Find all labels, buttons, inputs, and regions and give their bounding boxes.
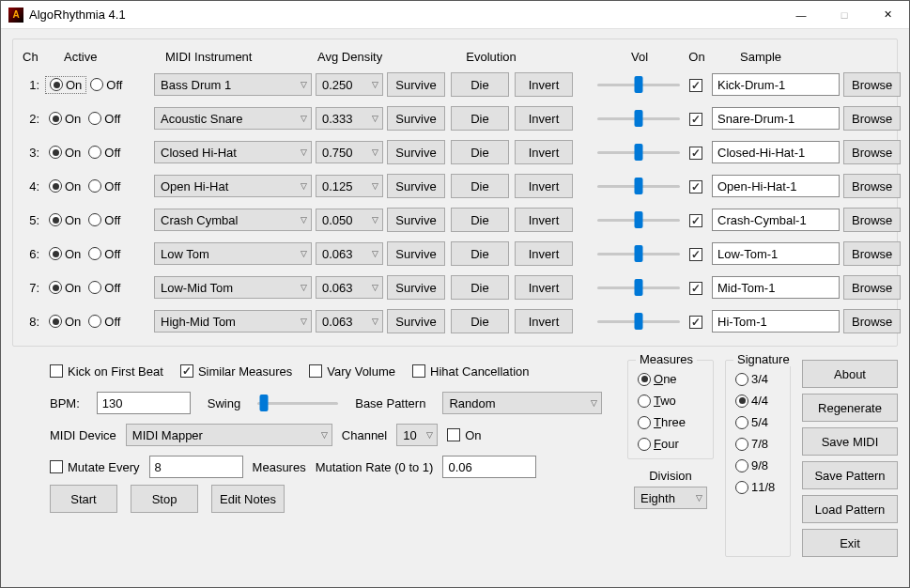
edit-notes-button[interactable]: Edit Notes — [211, 485, 285, 513]
density-dropdown[interactable]: 0.050▽ — [316, 209, 383, 231]
survive-button[interactable]: Survive — [387, 174, 445, 198]
die-button[interactable]: Die — [451, 208, 509, 232]
signature-radio[interactable]: 9/8 — [735, 458, 780, 472]
sample-on-checkbox[interactable] — [689, 214, 702, 227]
die-button[interactable]: Die — [451, 275, 509, 300]
browse-button[interactable]: Browse — [843, 208, 901, 232]
invert-button[interactable]: Invert — [515, 72, 573, 97]
mutation-rate-input[interactable]: 0.06 — [442, 456, 536, 478]
volume-slider[interactable] — [597, 109, 680, 128]
stop-button[interactable]: Stop — [131, 485, 198, 513]
channel-on-checkbox[interactable]: On — [447, 428, 481, 442]
active-off-radio[interactable]: Off — [85, 145, 124, 161]
volume-slider[interactable] — [597, 210, 680, 229]
sample-on-checkbox[interactable] — [689, 79, 702, 92]
active-on-radio[interactable]: On — [45, 111, 85, 127]
browse-button[interactable]: Browse — [843, 275, 901, 300]
sample-on-checkbox[interactable] — [689, 147, 702, 160]
sample-input[interactable]: Hi-Tom-1 — [712, 310, 840, 333]
density-dropdown[interactable]: 0.063▽ — [316, 276, 383, 299]
instrument-dropdown[interactable]: Closed Hi-Hat▽ — [154, 141, 312, 163]
sample-input[interactable]: Mid-Tom-1 — [712, 276, 840, 299]
browse-button[interactable]: Browse — [843, 241, 901, 266]
active-off-radio[interactable]: Off — [85, 246, 124, 262]
volume-slider[interactable] — [597, 312, 680, 331]
browse-button[interactable]: Browse — [843, 106, 901, 131]
signature-radio[interactable]: 11/8 — [735, 480, 780, 494]
kick-first-checkbox[interactable]: Kick on First Beat — [50, 364, 163, 379]
channel-dropdown[interactable]: 10▽ — [396, 424, 438, 446]
sample-input[interactable]: Snare-Drum-1 — [712, 107, 840, 130]
active-off-radio[interactable]: Off — [86, 77, 126, 93]
browse-button[interactable]: Browse — [843, 140, 901, 164]
active-on-radio[interactable]: On — [45, 76, 86, 94]
browse-button[interactable]: Browse — [843, 174, 901, 198]
minimize-button[interactable]: — — [779, 1, 823, 29]
load-pattern-button[interactable]: Load Pattern — [802, 495, 898, 523]
start-button[interactable]: Start — [50, 485, 117, 513]
sample-on-checkbox[interactable] — [689, 248, 702, 261]
volume-slider[interactable] — [597, 75, 680, 94]
maximize-button[interactable]: □ — [823, 1, 866, 29]
mutate-every-input[interactable]: 8 — [149, 456, 243, 478]
survive-button[interactable]: Survive — [387, 106, 445, 131]
die-button[interactable]: Die — [451, 106, 509, 131]
die-button[interactable]: Die — [451, 309, 509, 333]
invert-button[interactable]: Invert — [515, 275, 573, 300]
active-on-radio[interactable]: On — [45, 145, 85, 161]
active-off-radio[interactable]: Off — [85, 111, 124, 127]
signature-radio[interactable]: 4/4 — [735, 394, 780, 408]
similar-measures-checkbox[interactable]: Similar Measures — [180, 364, 292, 379]
measures-radio[interactable]: Three — [638, 415, 703, 429]
instrument-dropdown[interactable]: High-Mid Tom▽ — [154, 310, 312, 333]
swing-slider[interactable] — [257, 394, 338, 412]
sample-input[interactable]: Crash-Cymbal-1 — [712, 209, 840, 231]
active-on-radio[interactable]: On — [45, 246, 85, 262]
browse-button[interactable]: Browse — [843, 309, 901, 333]
signature-radio[interactable]: 5/4 — [735, 415, 780, 429]
division-dropdown[interactable]: Eighth▽ — [634, 487, 707, 509]
instrument-dropdown[interactable]: Low-Mid Tom▽ — [154, 276, 312, 299]
measures-radio[interactable]: One — [638, 372, 703, 386]
active-off-radio[interactable]: Off — [85, 178, 124, 194]
volume-slider[interactable] — [597, 278, 680, 297]
invert-button[interactable]: Invert — [515, 174, 573, 198]
density-dropdown[interactable]: 0.063▽ — [316, 310, 383, 333]
close-button[interactable]: ✕ — [866, 1, 909, 29]
die-button[interactable]: Die — [451, 72, 509, 97]
active-on-radio[interactable]: On — [45, 212, 85, 228]
sample-on-checkbox[interactable] — [689, 113, 702, 126]
volume-slider[interactable] — [597, 244, 680, 263]
density-dropdown[interactable]: 0.063▽ — [316, 242, 383, 265]
mididevice-dropdown[interactable]: MIDI Mapper▽ — [126, 424, 332, 446]
exit-button[interactable]: Exit — [802, 529, 898, 557]
invert-button[interactable]: Invert — [515, 241, 573, 266]
bpm-input[interactable]: 130 — [97, 392, 191, 414]
sample-input[interactable]: Kick-Drum-1 — [712, 73, 840, 96]
survive-button[interactable]: Survive — [387, 72, 445, 97]
active-on-radio[interactable]: On — [45, 178, 85, 194]
sample-on-checkbox[interactable] — [689, 180, 702, 193]
regenerate-button[interactable]: Regenerate — [802, 394, 898, 422]
save-midi-button[interactable]: Save MIDI — [802, 427, 898, 456]
instrument-dropdown[interactable]: Low Tom▽ — [154, 242, 312, 265]
sample-input[interactable]: Low-Tom-1 — [712, 242, 840, 265]
hihat-cancel-checkbox[interactable]: Hihat Cancellation — [412, 364, 530, 379]
volume-slider[interactable] — [597, 177, 680, 195]
die-button[interactable]: Die — [451, 174, 509, 198]
active-on-radio[interactable]: On — [45, 280, 85, 296]
save-pattern-button[interactable]: Save Pattern — [802, 461, 898, 489]
die-button[interactable]: Die — [451, 140, 509, 164]
sample-input[interactable]: Closed-Hi-Hat-1 — [712, 141, 840, 163]
survive-button[interactable]: Survive — [387, 309, 445, 333]
invert-button[interactable]: Invert — [515, 140, 573, 164]
die-button[interactable]: Die — [451, 241, 509, 266]
active-off-radio[interactable]: Off — [85, 212, 124, 228]
measures-radio[interactable]: Two — [638, 394, 703, 408]
signature-radio[interactable]: 3/4 — [735, 372, 780, 386]
mutate-every-checkbox[interactable]: Mutate Every — [50, 460, 140, 474]
sample-input[interactable]: Open-Hi-Hat-1 — [712, 175, 840, 197]
signature-radio[interactable]: 7/8 — [735, 437, 780, 451]
sample-on-checkbox[interactable] — [689, 282, 702, 295]
active-off-radio[interactable]: Off — [85, 314, 124, 330]
